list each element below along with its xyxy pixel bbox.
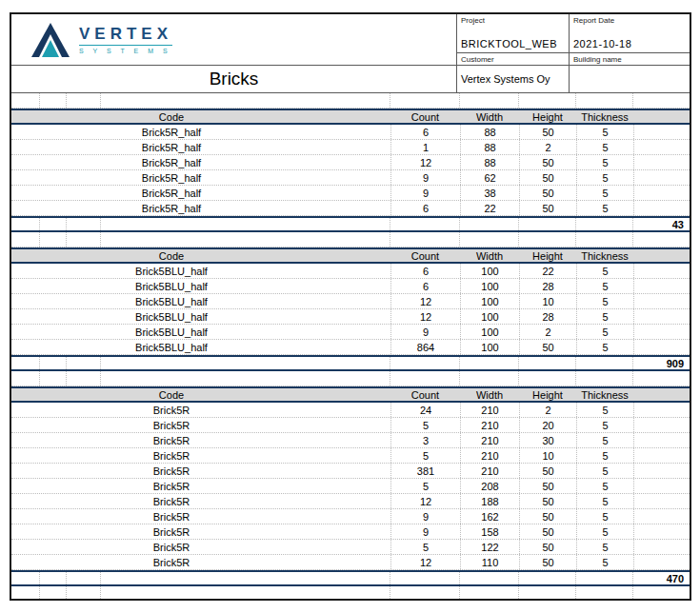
width-cell: 100 <box>460 294 519 308</box>
code-cell: Brick5R <box>11 540 390 554</box>
col-header-height: Height <box>519 110 576 123</box>
height-cell: 50 <box>519 509 576 524</box>
col-header-count: Count <box>390 110 460 123</box>
thickness-cell: 5 <box>576 340 633 354</box>
thickness-cell: 5 <box>576 540 633 554</box>
count-cell: 12 <box>390 155 460 169</box>
thickness-cell: 5 <box>576 418 633 432</box>
count-cell: 1 <box>390 140 460 154</box>
report-date-label: Report Date <box>570 14 690 27</box>
code-cell: Brick5R <box>11 464 390 478</box>
report-header: VERTEX S Y S T E M S Bricks Project Repo… <box>11 14 690 93</box>
table-row: Brick5BLU_half 12 100 10 5 <box>11 294 690 309</box>
col-header-code: Code <box>11 388 390 401</box>
row-spacer-cell <box>633 403 690 417</box>
table-total-row: 909 <box>11 355 690 371</box>
col-header-spacer <box>633 388 690 401</box>
height-cell: 50 <box>519 125 576 139</box>
count-cell: 864 <box>390 340 460 354</box>
row-spacer-cell <box>633 418 690 432</box>
table-rows: Brick5R 24 210 2 5 Brick5R 5 210 20 5 <box>11 403 690 570</box>
thickness-cell: 5 <box>576 155 633 169</box>
row-spacer-cell <box>633 294 690 308</box>
grid-cell <box>390 357 460 369</box>
customer-label: Customer <box>457 53 570 65</box>
grid-cell <box>519 371 576 386</box>
thickness-cell: 5 <box>576 264 633 278</box>
table-row: Brick5R_half 12 88 50 5 <box>11 155 690 170</box>
row-spacer-cell <box>633 279 690 293</box>
width-cell: 210 <box>460 418 519 432</box>
table-row: Brick5R 24 210 2 5 <box>11 403 690 418</box>
grid-cell <box>460 93 519 108</box>
col-header-count: Count <box>390 249 460 262</box>
grid-filler-row <box>11 586 690 599</box>
height-cell: 50 <box>519 186 576 200</box>
height-cell: 2 <box>519 325 576 339</box>
row-spacer-cell <box>633 494 690 508</box>
row-spacer-cell <box>633 125 690 139</box>
header-values-row: BRICKTOOL_WEB 2021-10-18 <box>457 27 690 53</box>
row-spacer-cell <box>633 479 690 493</box>
height-cell: 50 <box>519 540 576 554</box>
code-cell: Brick5BLU_half <box>11 279 390 293</box>
table-row: Brick5R 9 158 50 5 <box>11 524 690 540</box>
count-cell: 5 <box>390 448 460 463</box>
width-cell: 22 <box>460 201 519 215</box>
thickness-cell: 5 <box>576 448 633 463</box>
table-row: Brick5BLU_half 6 100 28 5 <box>11 279 690 294</box>
bricks-table-2: Code Count Width Height Thickness Brick5… <box>11 247 690 371</box>
grid-cell <box>390 586 460 599</box>
col-header-code: Code <box>11 249 390 262</box>
table-row: Brick5R 5 210 20 5 <box>11 418 690 433</box>
code-cell: Brick5R <box>11 509 390 524</box>
width-cell: 100 <box>460 309 519 324</box>
grid-cell <box>519 586 576 599</box>
thickness-cell: 5 <box>576 403 633 417</box>
height-cell: 50 <box>519 464 576 478</box>
width-cell: 62 <box>460 170 519 185</box>
height-cell: 50 <box>519 201 576 215</box>
thickness-cell: 5 <box>576 494 633 508</box>
row-spacer-cell <box>633 264 690 278</box>
height-cell: 50 <box>519 155 576 169</box>
header-fields: Project Report Date BRICKTOOL_WEB 2021-1… <box>457 14 690 92</box>
vertex-logo: VERTEX S Y S T E M S <box>11 14 456 66</box>
grid-cell <box>11 357 40 369</box>
width-cell: 188 <box>460 494 519 508</box>
grid-cell <box>67 586 101 599</box>
width-cell: 210 <box>460 433 519 447</box>
height-cell: 50 <box>519 479 576 493</box>
col-header-width: Width <box>460 249 519 262</box>
table-row: Brick5BLU_half 864 100 50 5 <box>11 340 690 355</box>
table-header-row: Code Count Width Height Thickness <box>11 247 690 264</box>
thickness-cell: 5 <box>576 524 633 539</box>
count-cell: 5 <box>390 540 460 554</box>
row-spacer-cell <box>633 186 690 200</box>
table-row: Brick5R_half 9 38 50 5 <box>11 186 690 201</box>
thickness-cell: 5 <box>576 279 633 293</box>
grid-empty-row <box>11 371 690 386</box>
grid-cell <box>101 218 390 230</box>
header-labels-row: Project Report Date <box>457 14 690 27</box>
count-cell: 12 <box>390 309 460 324</box>
report-page: VERTEX S Y S T E M S Bricks Project Repo… <box>10 12 691 601</box>
grid-cell <box>633 586 690 599</box>
width-cell: 88 <box>460 125 519 139</box>
col-header-height: Height <box>519 388 576 401</box>
grid-cell <box>11 232 40 247</box>
code-cell: Brick5R <box>11 418 390 432</box>
grid-cell <box>633 371 690 386</box>
grid-cell <box>40 232 67 247</box>
code-cell: Brick5R <box>11 555 390 569</box>
row-spacer-cell <box>633 555 690 569</box>
code-cell: Brick5BLU_half <box>11 325 390 339</box>
code-cell: Brick5R <box>11 494 390 508</box>
code-cell: Brick5BLU_half <box>11 264 390 278</box>
count-cell: 3 <box>390 433 460 447</box>
grid-cell <box>576 232 633 247</box>
height-cell: 10 <box>519 294 576 308</box>
title-row: Bricks <box>11 66 456 92</box>
grid-cell <box>67 232 101 247</box>
table-header-row: Code Count Width Height Thickness <box>11 386 690 403</box>
